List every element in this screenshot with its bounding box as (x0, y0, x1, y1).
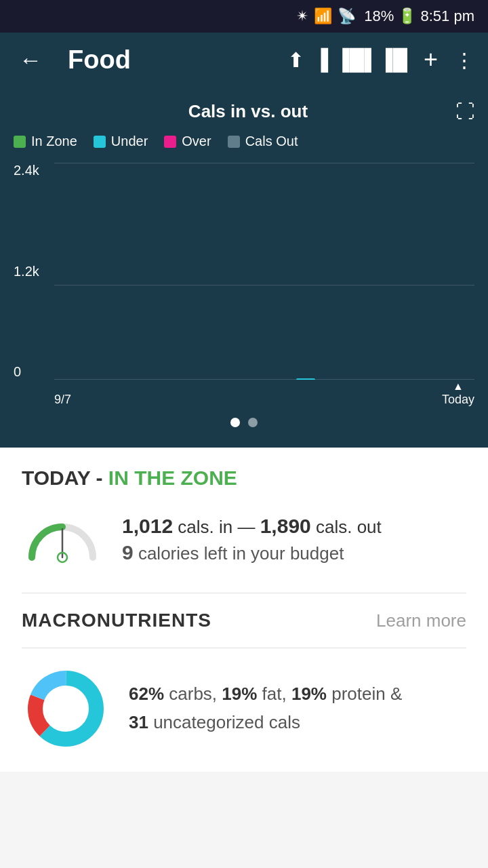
fat-pct: 19% (222, 684, 257, 704)
donut-svg (22, 665, 110, 753)
macro-header: MACRONUTRIENTS Learn more (22, 610, 466, 631)
macro-content: 62% carbs, 19% fat, 19% protein & 31 unc… (22, 665, 466, 753)
under-dot (94, 136, 106, 148)
battery-time: 18% 🔋 8:51 pm (364, 7, 474, 25)
legend-in-zone: In Zone (14, 134, 77, 149)
macronutrients-section: MACRONUTRIENTS Learn more 62% carb (22, 610, 466, 753)
today-header: TODAY - IN THE ZONE (22, 467, 466, 490)
calories-left: 9 calories left in your budget (122, 541, 466, 564)
chart-bars (54, 163, 474, 380)
chart-section: Cals in vs. out ⛶ In Zone Under Over Cal… (0, 87, 488, 448)
today-label: TODAY - (22, 467, 108, 489)
cals-in-value: 1,012 (122, 515, 173, 537)
add-icon[interactable]: + (424, 45, 438, 74)
learn-more-link[interactable]: Learn more (376, 610, 466, 631)
status-bar: ✴ 📶 📡 18% 🔋 8:51 pm (0, 0, 488, 33)
today-triangle: ▲ (453, 380, 464, 393)
x-label-today: Today (442, 393, 474, 407)
expand-icon[interactable]: ⛶ (455, 100, 474, 123)
in-zone-dot (14, 136, 26, 148)
chart-title: Cals in vs. out (41, 101, 455, 122)
protein-pct: 19% (291, 684, 327, 704)
legend-over: Over (164, 134, 211, 149)
cals-in-out: 1,012 cals. in — 1,890 cals. out (122, 511, 466, 541)
page-dots (14, 418, 474, 427)
today-section: TODAY - IN THE ZONE 1,012 cals. in (22, 467, 466, 571)
cals-out-dot (228, 136, 240, 148)
today-stats: 1,012 cals. in — 1,890 cals. out 9 calor… (22, 503, 466, 571)
bar-group-5 (296, 378, 354, 380)
share-icon[interactable]: ⬆ (287, 48, 304, 72)
divider (22, 593, 466, 593)
gauge (22, 503, 103, 571)
legend-cals-out: Cals Out (228, 134, 298, 149)
today-marker: ▲ Today (442, 380, 474, 407)
dot-2 (248, 418, 258, 427)
bar-chart: 2.4k 1.2k 0 (14, 163, 474, 407)
bar-dot-5 (296, 378, 315, 380)
calories-left-value: 9 (122, 541, 134, 564)
gauge-svg (22, 503, 103, 571)
in-zone-label: In Zone (31, 134, 77, 149)
back-button[interactable]: ← (14, 41, 47, 79)
chart-header: Cals in vs. out ⛶ (14, 100, 474, 123)
cals-out-label: Cals Out (245, 134, 298, 149)
macro-divider (22, 648, 466, 648)
content-area: TODAY - IN THE ZONE 1,012 cals. in (0, 448, 488, 772)
stats-text: 1,012 cals. in — 1,890 cals. out 9 calor… (122, 511, 466, 564)
barcode-icon[interactable]: ▌▐█▌▐█ (321, 48, 407, 71)
y-label-bot: 0 (14, 364, 39, 380)
bluetooth-icon: ✴ (296, 7, 308, 25)
cals-out-value: 1,890 (260, 515, 311, 537)
wifi-icon: 📶 (314, 7, 332, 25)
y-axis: 2.4k 1.2k 0 (14, 163, 39, 407)
uncategorized-cals: 31 (129, 712, 148, 732)
x-axis: 9/7 ▲ Today (54, 380, 474, 407)
signal-icon: 📡 (338, 7, 356, 25)
over-dot (164, 136, 176, 148)
legend-under: Under (94, 134, 148, 149)
status-icons: ✴ 📶 📡 (296, 7, 356, 25)
page-title: Food (68, 45, 274, 75)
in-zone-status: IN THE ZONE (108, 467, 237, 489)
donut-chart (22, 665, 110, 753)
more-icon[interactable]: ⋮ (454, 48, 474, 72)
chart-legend: In Zone Under Over Cals Out (14, 134, 474, 149)
over-label: Over (182, 134, 211, 149)
top-nav: ← Food ⬆ ▌▐█▌▐█ + ⋮ (0, 33, 488, 87)
macro-stats: 62% carbs, 19% fat, 19% protein & 31 unc… (129, 680, 466, 736)
x-label-start: 9/7 (54, 393, 71, 407)
carbs-pct: 62% (129, 684, 164, 704)
macro-title: MACRONUTRIENTS (22, 610, 211, 631)
y-label-top: 2.4k (14, 163, 39, 178)
dot-1 (230, 418, 240, 427)
under-label: Under (111, 134, 148, 149)
y-label-mid: 1.2k (14, 264, 39, 279)
nav-icons: ⬆ ▌▐█▌▐█ + ⋮ (287, 45, 474, 74)
